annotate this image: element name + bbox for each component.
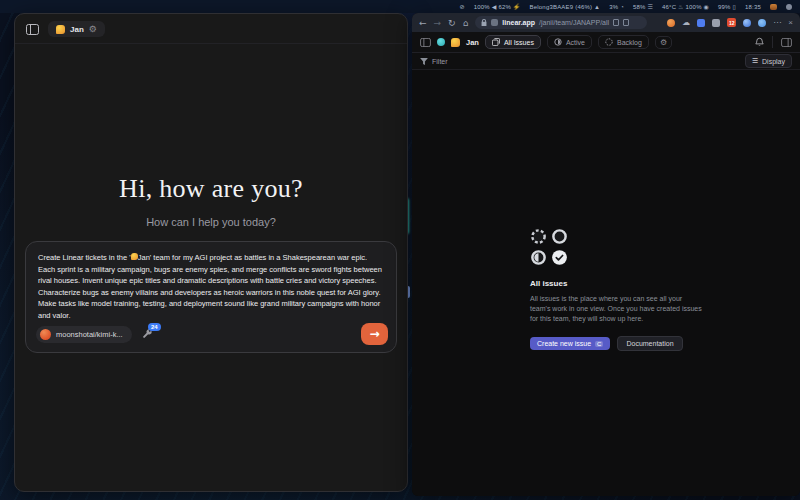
in-progress-status-icon <box>530 249 547 266</box>
tab-all-issues[interactable]: All Issues <box>485 35 541 49</box>
wave-emoji-icon: 👋 <box>131 253 138 260</box>
jan-header: 👋 Jan ⚙ <box>15 14 407 44</box>
backlog-icon <box>605 38 613 46</box>
extension-icon[interactable] <box>667 19 675 27</box>
funnel-icon <box>420 58 428 65</box>
notifications-bell-icon[interactable] <box>755 37 764 47</box>
extension-icon[interactable] <box>712 19 720 27</box>
tools-button[interactable]: 24 <box>142 329 153 340</box>
address-bar[interactable]: linear.app/janii/team/JANAPP/all <box>475 16 647 29</box>
empty-state-title: All issues <box>530 279 702 288</box>
overflow-menu-icon[interactable]: ⋯ <box>773 18 781 27</box>
display-label: Display <box>762 58 785 65</box>
wave-emoji-icon: 👋 <box>451 38 460 47</box>
sliders-icon: ☰ <box>752 57 758 65</box>
linear-sidebar-toggle-icon[interactable] <box>420 38 431 47</box>
wifi-network-status: Belong3BAAE9 (46%) ▲ <box>530 4 601 10</box>
cpu-status: 3% ◔ <box>609 4 624 10</box>
greeting: Hi, how are you? How can I help you toda… <box>15 174 407 228</box>
create-new-issue-label: Create new issue <box>537 340 591 347</box>
cloud-extension-icon[interactable]: ☁ <box>682 18 690 27</box>
filter-label: Filter <box>432 58 448 65</box>
greeting-subtitle: How can I help you today? <box>15 216 407 228</box>
home-icon[interactable]: ⌂ <box>463 18 469 28</box>
site-icon <box>491 19 498 26</box>
thread-settings-icon[interactable]: ⚙ <box>89 24 97 34</box>
workspace-avatar[interactable] <box>437 38 445 46</box>
todo-status-icon <box>551 228 568 245</box>
in-progress-icon <box>554 38 562 46</box>
tab-active[interactable]: Active <box>547 35 592 49</box>
extension-icon[interactable] <box>758 19 766 27</box>
issue-status-icons <box>530 228 702 266</box>
model-selector-label: moonshotai/kimi-k... <box>56 330 123 339</box>
filter-button[interactable]: Filter <box>420 58 448 65</box>
create-new-issue-button[interactable]: Create new issue C <box>530 337 610 350</box>
clock: 18:35 <box>745 4 761 10</box>
empty-state-actions: Create new issue C Documentation <box>530 336 702 351</box>
tab-label: Backlog <box>617 39 642 46</box>
screenshot-tray-icon[interactable] <box>770 4 777 10</box>
extensions-row: ☁ 12 ⋯ × <box>667 18 793 27</box>
documentation-button[interactable]: Documentation <box>617 336 682 351</box>
browser-window: ← → ↻ ⌂ linear.app/janii/team/JANAPP/all… <box>412 13 800 496</box>
temperature-status: 46°C ♨ 100% ◉ <box>662 3 709 10</box>
done-status-icon <box>551 249 568 266</box>
bookmark-icon[interactable] <box>613 19 619 26</box>
backlog-status-icon <box>530 228 547 245</box>
prompt-text: Create Linear tickets in the ' <box>38 253 131 262</box>
team-name: Jan <box>466 38 479 47</box>
volume-battery-status: 100% ◀ 62% ⚡ <box>474 3 521 10</box>
right-panel-icon[interactable] <box>781 38 792 47</box>
all-issues-empty-state: All issues All issues is the place where… <box>530 228 702 351</box>
thread-tab[interactable]: 👋 Jan ⚙ <box>48 21 105 37</box>
tray-icon[interactable] <box>786 4 792 10</box>
jan-app-window: 👋 Jan ⚙ Hi, how are you? How can I help … <box>14 13 408 492</box>
chat-extension-icon[interactable] <box>697 19 705 27</box>
linear-content: All issues All issues is the place where… <box>412 70 800 496</box>
greeting-title: Hi, how are you? <box>15 174 407 204</box>
views-settings-icon[interactable]: ⚙ <box>655 36 672 49</box>
prompt-input[interactable]: Create Linear tickets in the '👋Jan' team… <box>26 242 396 321</box>
tools-count-badge: 24 <box>148 323 161 331</box>
issues-stack-icon <box>492 38 500 46</box>
message-composer[interactable]: Create Linear tickets in the '👋Jan' team… <box>25 241 397 353</box>
tab-backlog[interactable]: Backlog <box>598 35 649 49</box>
back-icon[interactable]: ← <box>419 18 427 28</box>
display-options-button[interactable]: ☰ Display <box>745 54 792 68</box>
prompt-text: Jan' team for my AGI project as battles … <box>38 253 382 320</box>
reader-mode-icon[interactable] <box>623 19 629 26</box>
model-provider-icon <box>40 329 51 340</box>
tab-label: All Issues <box>504 39 534 46</box>
thread-tab-label: Jan <box>70 25 84 34</box>
desktop: ⊘ 100% ◀ 62% ⚡ Belong3BAAE9 (46%) ▲ 3% ◔… <box>0 0 800 500</box>
divider <box>772 36 773 48</box>
lock-icon <box>481 19 487 26</box>
dnd-icon: ⊘ <box>459 3 464 10</box>
url-path: /janii/team/JANAPP/all <box>539 19 609 26</box>
empty-state-description: All issues is the place where you can se… <box>530 294 702 324</box>
linear-header-right <box>755 36 792 48</box>
composer-toolbar: moonshotai/kimi-k... 24 → <box>36 323 388 345</box>
system-status-bar: ⊘ 100% ◀ 62% ⚡ Belong3BAAE9 (46%) ▲ 3% ◔… <box>0 0 800 13</box>
memory-status: 58% ☰ <box>633 3 653 10</box>
keyboard-shortcut-badge: C <box>595 341 603 347</box>
filter-bar: Filter ☰ Display <box>412 53 800 70</box>
model-selector[interactable]: moonshotai/kimi-k... <box>36 326 132 343</box>
linear-header: 👋 Jan All Issues Active Backlog ⚙ <box>412 32 800 53</box>
close-icon[interactable]: × <box>788 18 793 27</box>
extension-icon[interactable] <box>743 19 751 27</box>
send-button[interactable]: → <box>361 323 388 345</box>
adblock-extension-icon[interactable]: 12 <box>727 18 736 27</box>
tab-label: Active <box>566 39 585 46</box>
reload-icon[interactable]: ↻ <box>448 18 456 28</box>
browser-toolbar: ← → ↻ ⌂ linear.app/janii/team/JANAPP/all… <box>412 13 800 32</box>
forward-icon[interactable]: → <box>434 18 442 28</box>
battery-status: 99% ▯ <box>718 3 736 10</box>
wave-emoji-icon: 👋 <box>56 25 65 34</box>
url-host: linear.app <box>502 19 535 26</box>
sidebar-toggle-icon[interactable] <box>26 24 39 35</box>
